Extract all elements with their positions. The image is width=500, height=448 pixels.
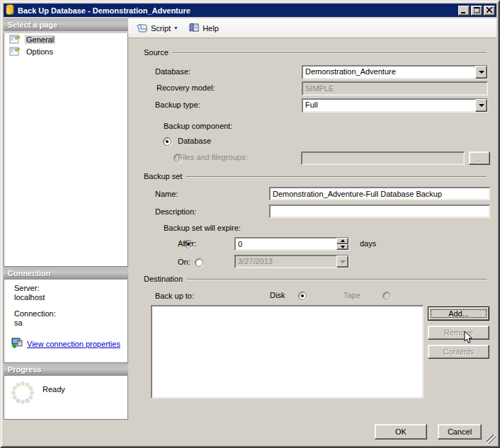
ok-button[interactable]: OK: [375, 424, 427, 440]
page-icon: [9, 46, 21, 57]
source-group-label: Source: [144, 48, 169, 57]
script-label: Script: [151, 24, 171, 33]
contents-button-label: Contents: [443, 348, 474, 356]
select-page-header: Select a page: [4, 18, 128, 31]
spinner-up-icon[interactable]: [336, 238, 348, 244]
after-days-spinner[interactable]: [234, 237, 349, 251]
files-filegroups-label: Files and filegroups:: [178, 153, 247, 161]
backup-type-combobox[interactable]: Full: [302, 98, 488, 113]
backup-to-label: Back up to:: [155, 292, 194, 300]
destination-listbox[interactable]: [151, 305, 424, 398]
on-date-picker: 3/27/2013: [234, 255, 349, 268]
script-icon: [137, 23, 148, 34]
sidebar-item-general[interactable]: General: [4, 33, 127, 45]
disk-radio[interactable]: [298, 292, 307, 300]
after-radio-label: After:: [178, 239, 196, 248]
sidebar-item-label: General: [25, 35, 55, 44]
remove-button: Remove: [428, 326, 489, 340]
dropdown-arrow-icon[interactable]: [475, 99, 487, 112]
on-radio-label: On:: [178, 258, 191, 266]
group-divider: [186, 176, 487, 177]
expire-label: Backup set will expire:: [164, 224, 241, 232]
database-radio[interactable]: [163, 137, 171, 146]
on-radio[interactable]: [195, 258, 203, 267]
database-icon: [5, 4, 15, 16]
server-value: localhost: [14, 293, 127, 302]
name-input[interactable]: [273, 188, 489, 200]
browse-button-label: ...: [476, 154, 482, 163]
sidebar-item-options[interactable]: Options: [4, 45, 127, 57]
database-radio-label: Database: [178, 137, 211, 145]
script-button[interactable]: Script ▾: [132, 21, 181, 36]
resize-grip[interactable]: [487, 435, 496, 444]
database-combobox[interactable]: Demonstration_Adventure: [302, 65, 488, 79]
progress-panel: Ready: [4, 376, 128, 420]
spinner-down-icon[interactable]: [336, 244, 348, 251]
recovery-model-label: Recovery model:: [157, 84, 215, 92]
contents-button: Contents: [428, 345, 489, 359]
cancel-button-label: Cancel: [448, 427, 472, 436]
help-label: Help: [203, 24, 219, 33]
recovery-model-value: SIMPLE: [305, 84, 334, 93]
database-value: Demonstration_Adventure: [302, 66, 475, 79]
add-button[interactable]: Add...: [428, 306, 489, 321]
days-label: days: [360, 239, 376, 248]
remove-button-label: Remove: [444, 328, 473, 337]
titlebar: Back Up Database - Demonstration_Adventu…: [4, 4, 496, 17]
close-button[interactable]: [484, 6, 495, 16]
recovery-model-field: SIMPLE: [302, 81, 488, 96]
connection-value: sa: [14, 318, 127, 328]
name-field-wrap: [269, 187, 490, 200]
description-field-wrap: [269, 205, 490, 218]
backup-set-group-label: Backup set: [144, 172, 182, 180]
description-input[interactable]: [273, 205, 489, 217]
progress-header: Progress: [4, 363, 128, 376]
page-icon: [9, 34, 21, 45]
dropdown-arrow-icon: [336, 255, 348, 268]
backup-component-label: Backup component:: [164, 122, 232, 130]
window-title: Back Up Database - Demonstration_Adventu…: [18, 6, 457, 15]
disk-radio-label: Disk: [270, 291, 285, 299]
name-label: Name:: [155, 190, 178, 198]
dropdown-arrow-icon[interactable]: [475, 66, 487, 79]
general-page-content: Source Database: Demonstration_Adventure…: [128, 39, 496, 415]
database-label: Database:: [155, 67, 191, 76]
cancel-button[interactable]: Cancel: [438, 424, 482, 440]
minimize-button[interactable]: [458, 6, 470, 16]
ok-button-label: OK: [395, 427, 407, 436]
connection-label: Connection:: [14, 309, 127, 318]
on-date-value: 3/27/2013: [235, 255, 336, 268]
page-list: General Options: [4, 33, 128, 267]
add-button-label: Add...: [428, 307, 489, 320]
spinner-buttons[interactable]: [336, 238, 348, 250]
group-divider: [173, 52, 487, 53]
backup-type-value: Full: [302, 99, 475, 112]
view-connection-properties-link[interactable]: View connection properties: [27, 340, 120, 348]
destination-group-label: Destination: [144, 275, 183, 283]
description-label: Description:: [155, 207, 196, 216]
server-label: Server:: [14, 284, 127, 293]
connection-properties-icon: [11, 338, 23, 350]
connection-panel: Server: localhost Connection: sa View co…: [4, 280, 128, 363]
backup-database-dialog: Back Up Database - Demonstration_Adventu…: [0, 0, 500, 448]
progress-spinner-icon: [10, 380, 35, 407]
sidebar: Select a page General: [4, 18, 128, 415]
tape-radio: [382, 292, 391, 300]
tape-radio-label: Tape: [343, 291, 360, 299]
toolbar: Script ▾ Help: [128, 18, 496, 38]
maximize-button[interactable]: [471, 6, 482, 16]
backup-type-label: Backup type:: [155, 100, 200, 109]
chevron-down-icon: ▾: [174, 25, 177, 31]
progress-status: Ready: [42, 380, 65, 394]
connection-header: Connection: [4, 267, 128, 280]
help-button[interactable]: Help: [184, 21, 223, 36]
after-days-input[interactable]: [238, 239, 336, 250]
sidebar-item-label: Options: [25, 47, 55, 56]
group-divider: [187, 279, 487, 280]
help-icon: [188, 23, 200, 34]
files-filegroups-field: [301, 151, 465, 165]
browse-button: ...: [469, 151, 490, 165]
